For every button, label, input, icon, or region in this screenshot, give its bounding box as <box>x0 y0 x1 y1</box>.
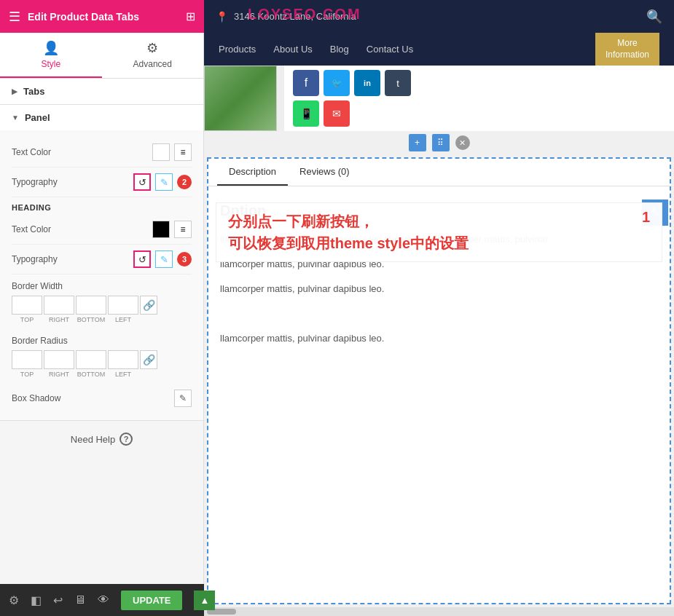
border-radius-labels: TOP RIGHT BOTTOM LEFT <box>12 371 192 378</box>
panel-content: Text Color ≡ Typography ↺ ✎ 2 H <box>0 130 203 420</box>
search-icon[interactable]: 🔍 <box>646 9 662 25</box>
tab-style-label: Style <box>41 59 60 69</box>
tabs-accordion-header[interactable]: ▶ Tabs <box>0 79 203 104</box>
more-info-btn[interactable]: MoreInformation <box>595 33 659 66</box>
badge-3: 3 <box>177 252 192 266</box>
bottom-label-r: BOTTOM <box>76 371 106 378</box>
whatsapp-btn[interactable]: 📱 <box>293 100 319 127</box>
tumblr-btn[interactable]: t <box>385 70 411 96</box>
social-row-2: 📱 ✉ <box>293 100 665 127</box>
panel-section: ▼ Panel Text Color ≡ Typography ↺ <box>0 105 203 421</box>
tab-description[interactable]: Description <box>217 159 288 186</box>
content-area: Products About Us Blog Contact Us MoreIn… <box>204 33 674 616</box>
border-width-bottom[interactable] <box>76 296 106 315</box>
top-label-r: TOP <box>12 371 42 378</box>
facebook-btn[interactable]: f <box>293 70 319 96</box>
top-bar-left: ☰ Edit Product Data Tabs ⊞ <box>0 0 204 33</box>
history-icon[interactable]: ↩ <box>53 593 63 607</box>
update-button[interactable]: UPDATE <box>121 591 182 610</box>
right-label-r: RIGHT <box>44 371 74 378</box>
border-width-right[interactable] <box>44 296 74 315</box>
panel-text-color-label: Text Color <box>12 147 51 157</box>
linkedin-btn[interactable]: in <box>354 70 380 96</box>
border-width-labels: TOP RIGHT BOTTOM LEFT <box>12 316 192 323</box>
product-para-4 <box>220 306 658 322</box>
tab-reviews[interactable]: Reviews (0) <box>288 159 361 186</box>
heading-text-color-controls: ≡ <box>152 221 192 238</box>
nav-contact[interactable]: Contact Us <box>367 41 413 58</box>
bottom-bar: ⚙ ◧ ↩ 🖥 👁 UPDATE ▲ <box>0 584 204 616</box>
advanced-icon: ⚙ <box>146 40 158 56</box>
border-width-link-btn[interactable]: 🔗 <box>140 296 157 315</box>
border-width-left[interactable] <box>108 296 138 315</box>
bottom-label: BOTTOM <box>76 316 106 323</box>
product-image <box>204 66 277 131</box>
nav-blog[interactable]: Blog <box>330 41 349 58</box>
annotation-box: 分别点一下刷新按钮，可以恢复到取用theme style中的设置 1 <box>216 202 662 262</box>
heading-subheader: Heading <box>12 197 192 215</box>
layers-icon[interactable]: ◧ <box>31 593 42 607</box>
heading-edit-btn[interactable]: ✎ <box>155 250 173 268</box>
heading-text-color-row: Text Color ≡ <box>12 215 192 245</box>
tab-advanced[interactable]: ⚙ Advanced <box>102 33 204 78</box>
border-radius-link-btn[interactable]: 🔗 <box>140 350 157 369</box>
border-width-top[interactable] <box>12 296 42 315</box>
update-arrow-btn[interactable]: ▲ <box>194 591 215 610</box>
settings-icon[interactable]: ⚙ <box>9 593 19 607</box>
box-shadow-controls: ✎ <box>174 390 192 407</box>
product-image-container <box>204 66 284 131</box>
heading-typography-label: Typography <box>12 254 58 264</box>
el-toolbar: + ⠿ ✕ <box>204 131 674 154</box>
tab-style[interactable]: 👤 Style <box>0 33 102 78</box>
border-width-label: Border Width <box>12 281 63 291</box>
tabs-section-label: Tabs <box>23 86 44 97</box>
heading-text-color-swatch[interactable] <box>152 221 170 238</box>
top-label: TOP <box>12 316 42 323</box>
page-title: Edit Product Data Tabs <box>28 11 139 23</box>
panel-accordion-header[interactable]: ▼ Panel <box>0 105 203 130</box>
right-label: RIGHT <box>44 316 74 323</box>
top-bar: ☰ Edit Product Data Tabs ⊞ 📍 3146 Koontz… <box>0 0 674 33</box>
product-content: 分别点一下刷新按钮，可以恢复到取用theme style中的设置 1 Descr… <box>207 157 671 604</box>
heading-typography-row: Typography ↺ ✎ 3 <box>12 245 192 275</box>
chevron-right-icon: ▶ <box>12 87 17 95</box>
panel-refresh-btn[interactable]: ↺ <box>133 173 151 191</box>
box-shadow-pencil-btn[interactable]: ✎ <box>174 390 192 407</box>
twitter-btn[interactable]: 🐦 <box>324 70 350 96</box>
annotation-text: 分别点一下刷新按钮，可以恢复到取用theme style中的设置 <box>228 210 650 254</box>
tabs-section: ▶ Tabs <box>0 79 203 105</box>
heading-typography-controls: ↺ ✎ 3 <box>133 250 192 268</box>
left-label-r: LEFT <box>108 371 138 378</box>
email-btn[interactable]: ✉ <box>324 100 350 127</box>
panel-section-label: Panel <box>25 112 50 123</box>
border-width-inputs: 🔗 TOP RIGHT BOTTOM LEFT <box>12 296 192 323</box>
heading-refresh-btn[interactable]: ↺ <box>133 250 151 268</box>
sidebar-tabs: 👤 Style ⚙ Advanced <box>0 33 203 79</box>
help-icon[interactable]: ? <box>119 433 133 446</box>
eye-icon[interactable]: 👁 <box>98 593 109 607</box>
nav-products[interactable]: Products <box>219 41 256 58</box>
site-navbar: Products About Us Blog Contact Us MoreIn… <box>204 33 674 66</box>
watermark: LOYSEO.COM <box>248 6 361 23</box>
panel-text-color-swatch[interactable] <box>152 143 170 161</box>
border-radius-left[interactable] <box>108 350 138 369</box>
el-move-btn[interactable]: ⠿ <box>432 134 450 151</box>
horizontal-scrollbar[interactable] <box>204 607 674 616</box>
grid-icon[interactable]: ⊞ <box>186 9 195 23</box>
nav-about[interactable]: About Us <box>273 41 312 58</box>
heading-text-color-list-btn[interactable]: ≡ <box>174 221 192 238</box>
social-row-1: f 🐦 in t <box>293 70 665 96</box>
border-width-section: Border Width 🔗 TOP RIGHT BOTTOM <box>12 275 192 329</box>
device-icon[interactable]: 🖥 <box>74 593 86 607</box>
product-para-3: llamcorper mattis, pulvinar dapibus leo. <box>220 281 658 297</box>
el-close-btn[interactable]: ✕ <box>455 135 470 150</box>
border-radius-section: Border Radius 🔗 TOP RIGHT BOTTOM <box>12 329 192 384</box>
panel-text-color-list-btn[interactable]: ≡ <box>174 143 192 161</box>
border-radius-right[interactable] <box>44 350 74 369</box>
border-radius-top[interactable] <box>12 350 42 369</box>
hamburger-icon[interactable]: ☰ <box>9 9 20 25</box>
panel-edit-btn[interactable]: ✎ <box>155 173 173 191</box>
border-radius-bottom[interactable] <box>76 350 106 369</box>
border-width-quad: 🔗 <box>12 296 192 315</box>
el-add-btn[interactable]: + <box>409 134 426 151</box>
